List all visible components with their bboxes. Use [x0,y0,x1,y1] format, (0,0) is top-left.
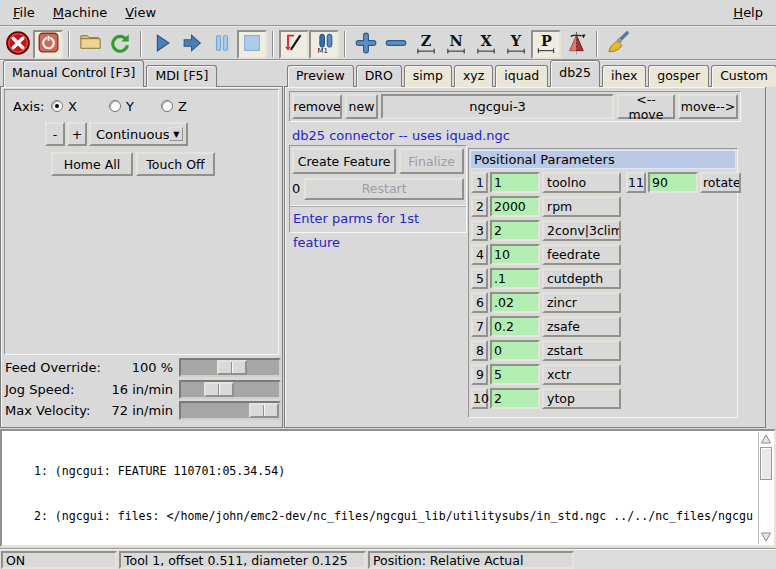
param-name: zsafe [542,316,621,337]
ngcgui-controls: remove new ngcgui-3 <--move move--> [289,91,741,122]
svg-text:P: P [541,32,552,49]
create-feature-button[interactable]: Create Feature [292,148,396,174]
jog-plus-button[interactable]: + [67,122,87,146]
param-entry-ytop[interactable] [490,388,540,409]
param-name: rotate [700,172,741,193]
tab-xyz[interactable]: xyz [454,65,493,87]
rotate-view-button[interactable] [561,30,591,59]
menu-machine[interactable]: Machine [44,2,116,23]
jog-minus-button[interactable]: - [45,122,65,146]
tab-simp[interactable]: simp [404,65,452,87]
param-row: 5 cutdepth [471,268,621,289]
max-velocity-label: Max Velocity: [5,403,90,418]
open-file-button[interactable] [75,30,105,59]
tab-custom[interactable]: Custom [711,65,776,87]
zoom-out-button[interactable] [381,30,411,59]
max-velocity-slider-handle[interactable] [249,403,279,418]
tab-preview[interactable]: Preview [287,65,354,87]
param-entry-cutdepth[interactable] [490,268,540,289]
param-entry-toolno[interactable] [490,172,540,193]
run-icon [150,31,174,58]
estop-icon [5,30,31,59]
position-mode: Position: Relative Actual [368,551,574,569]
reload-button[interactable] [105,30,135,59]
toolbar-separator [68,31,70,57]
tab-dro[interactable]: DRO [356,65,402,87]
feature-count: 0 [292,181,300,196]
max-velocity-slider[interactable] [179,401,281,420]
tab-gosper[interactable]: gosper [648,65,709,87]
param-name: 2conv|3climb [542,220,621,241]
param-name: ytop [542,388,621,409]
main-area: Manual Control [F3] MDI [F5] Axis: X Y [0,61,776,429]
axis-z-label: Z [178,99,187,114]
axis-y-radio[interactable]: Y [109,99,134,114]
axis-x-radio[interactable]: X [51,99,77,114]
view-p-button[interactable]: P [531,30,561,59]
axis-z-radio[interactable]: Z [161,99,187,114]
gcode-listing[interactable]: 1: (ngcgui: FEATURE 110701:05.34.54) 2: … [0,429,776,547]
jog-speed-slider[interactable] [179,380,281,399]
stop-button[interactable] [237,30,267,59]
run-button[interactable] [147,30,177,59]
tab-manual-control[interactable]: Manual Control [F3] [3,60,144,87]
move-right-button[interactable]: move--> [678,94,738,119]
feature-status-message: Enter parms for 1st feature [290,206,466,232]
param-entry-feedrate[interactable] [490,244,540,265]
toolbar-separator [140,31,142,57]
home-all-button[interactable]: Home All [51,152,133,176]
terminal-scrollbar[interactable] [758,432,773,544]
param-entry-rpm[interactable] [490,196,540,217]
param-entry-xctr[interactable] [490,364,540,385]
tool-info: Tool 1, offset 0.511, diameter 0.125 [119,551,366,569]
scroll-up-icon[interactable] [760,433,772,445]
finalize-button[interactable]: Finalize [399,148,464,174]
feed-override-slider[interactable] [179,358,281,377]
feed-override-slider-handle[interactable] [217,360,247,375]
tab-iquad[interactable]: iquad [495,65,548,87]
view-z2-icon: N [444,30,469,58]
tab-ihex[interactable]: ihex [602,65,646,87]
chevron-down-icon: ▼ [169,127,183,141]
move-left-button[interactable]: <--move [617,94,675,119]
pause-button[interactable] [207,30,237,59]
param-name: xctr [542,364,621,385]
zoom-in-button[interactable] [351,30,381,59]
menu-view[interactable]: View [116,2,165,23]
tab-mdi[interactable]: MDI [F5] [146,65,217,87]
step-button[interactable] [177,30,207,59]
param-entry-zstart[interactable] [490,340,540,361]
menu-help[interactable]: Help [724,2,772,23]
estop-button[interactable] [3,30,33,59]
scroll-down-icon[interactable] [760,531,772,543]
remove-button[interactable]: remove [292,94,342,119]
view-z2-button[interactable]: N [441,30,471,59]
power-button[interactable] [33,30,63,59]
right-tab-bar: Preview DRO simp xyz iquad db25 ihex gos… [284,61,776,87]
param-entry-conv-climb[interactable] [490,220,540,241]
jog-speed-slider-handle[interactable] [204,382,234,397]
param-entry-rotate[interactable] [648,172,698,193]
skip-lines-button[interactable] [279,30,309,59]
param-entry-zsafe[interactable] [490,316,540,337]
jog-mode-select[interactable]: Continuous ▼ [89,122,188,146]
new-button[interactable]: new [345,94,378,119]
menu-file[interactable]: File [4,2,44,23]
param-row: 2 rpm [471,196,621,217]
touch-off-button[interactable]: Touch Off [136,152,215,176]
param-number: 11 [626,172,646,193]
view-z-button[interactable]: Z [411,30,441,59]
param-entry-zincr[interactable] [490,292,540,313]
clear-plot-button[interactable] [603,30,633,59]
tab-db25[interactable]: db25 [550,60,600,87]
manual-control-page: Axis: X Y Z [0,86,283,428]
axis-label: Axis: [13,99,44,114]
terminal-scrollbar-thumb[interactable] [760,447,772,480]
view-x-button[interactable]: X [471,30,501,59]
optional-stop-button[interactable]: M1 [309,30,339,59]
restart-button[interactable]: Restart [304,178,464,200]
optional-stop-icon: M1 [312,31,336,58]
svg-text:Z: Z [420,32,431,49]
view-y-button[interactable]: Y [501,30,531,59]
radio-icon [51,100,63,112]
